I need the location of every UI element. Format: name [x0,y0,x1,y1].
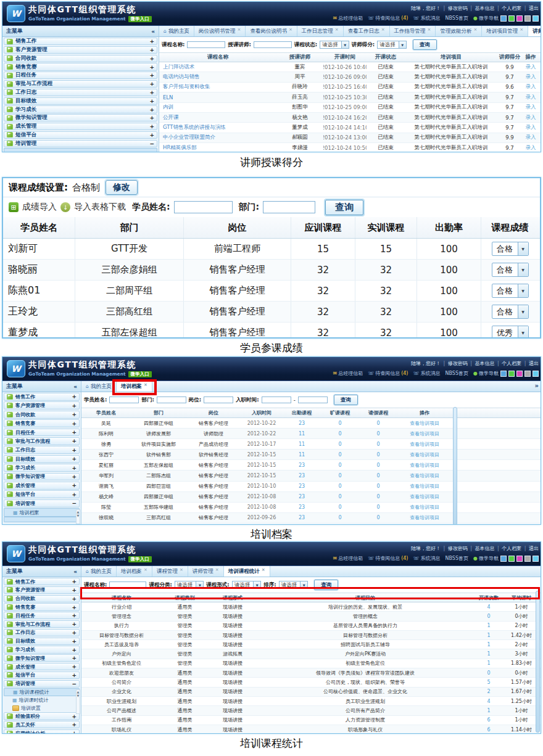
expand-toggle-icon[interactable]: + [149,55,154,62]
header-link[interactable]: 基本信息 [475,6,494,11]
sidebar-item[interactable]: 培训管理− [4,499,80,507]
expand-toggle-icon[interactable]: + [149,81,154,87]
action-link[interactable]: 录入 [522,62,539,72]
action-link[interactable]: 录入 [522,123,539,132]
header-link[interactable]: 退出 [529,6,539,11]
header-link[interactable]: 修改密码 [448,546,468,551]
expand-toggle-icon[interactable]: + [72,664,77,670]
sidebar-item[interactable]: 目标绩效+ [4,97,157,105]
filter-select[interactable]: 请选择▼ [320,41,349,49]
download-template-button[interactable]: 导入表格下载 [74,202,126,213]
expand-toggle-icon[interactable]: + [72,730,77,734]
tab-3[interactable]: 工作日志管理× [297,26,344,36]
filter-input[interactable] [254,41,292,48]
cell[interactable]: 内训 [159,103,276,112]
sidebar-item[interactable]: 应用统计分析+ [4,729,80,734]
close-icon[interactable]: × [215,567,219,572]
theme-square[interactable] [533,556,539,562]
micro-learning-badge[interactable]: 微学入口 [128,16,152,22]
action-link[interactable]: 录入 [522,133,539,142]
close-icon[interactable]: × [144,567,147,572]
header-link[interactable]: 退出 [529,546,539,551]
sidebar-item[interactable]: 培训管理− [4,140,157,147]
sidebar-item[interactable]: 销售工作+ [4,578,80,585]
sidebar-item[interactable]: 审批与工作流程+ [4,437,80,445]
expand-toggle-icon[interactable]: + [149,98,154,104]
quick-link[interactable]: ✉总经理信箱 [333,555,363,562]
theme-square[interactable] [524,371,531,377]
theme-square[interactable] [508,371,515,377]
sidebar-item[interactable]: 目标绩效+ [4,455,80,463]
sidebar-item[interactable]: 工作日志+ [4,89,157,96]
theme-square[interactable] [524,15,531,22]
sidebar-item[interactable]: 日程任务+ [4,429,80,437]
action-link[interactable]: 查看培训项目 [397,439,452,449]
theme-square[interactable] [508,15,515,22]
quick-link[interactable]: NBSS首页 [446,555,469,562]
sidebar-item[interactable]: 成长管理+ [4,123,157,130]
theme-square[interactable] [500,556,507,562]
expand-toggle-icon[interactable]: + [72,587,77,593]
close-icon[interactable]: × [289,27,292,32]
theme-square[interactable] [508,556,515,562]
expand-toggle-icon[interactable]: + [72,393,77,400]
quick-link[interactable]: ☏待查阅信息(4) [368,555,408,562]
expand-toggle-icon[interactable]: + [149,64,154,70]
grade-select[interactable]: 合格▼ [492,263,529,277]
expand-toggle-icon[interactable]: + [72,411,77,417]
sidebar-scrollbar[interactable]: ▲ ▼ [76,689,80,714]
theme-square[interactable] [500,15,507,22]
sidebar-item[interactable]: 微学知识管理+ [4,114,157,121]
theme-square[interactable] [500,371,507,377]
quick-link[interactable]: ☏系统消息 [413,370,441,377]
grade-select[interactable]: 优秀▼ [492,326,529,339]
sidebar-item[interactable]: 日程任务+ [4,612,80,619]
sidebar-subitem-partial[interactable] [4,517,80,522]
sidebar-item[interactable]: 短信平台+ [4,672,80,679]
expand-toggle-icon[interactable]: + [72,721,77,728]
expand-toggle-icon[interactable]: + [72,655,77,661]
theme-square[interactable] [533,15,539,22]
close-icon[interactable]: × [520,27,523,32]
sidebar-scrollbar[interactable]: ▲ ▼ [76,509,80,524]
expand-toggle-icon[interactable]: + [72,578,77,585]
action-link[interactable]: 查看培训项目 [397,460,452,470]
filter-input-from[interactable] [262,396,291,403]
grade-select[interactable]: 合格▼ [492,305,529,319]
theme-square[interactable] [516,556,523,562]
sidebar-item[interactable]: 员工关怀+ [4,721,80,728]
tab-1[interactable]: 培训档案× [117,566,152,577]
expand-toggle-icon[interactable]: + [72,403,77,409]
filter-input-to[interactable] [298,396,328,403]
expand-toggle-icon[interactable]: + [149,89,154,96]
sidebar-item[interactable]: 审批与工作流程+ [4,80,157,88]
theme-square[interactable] [516,371,523,377]
close-icon[interactable]: × [428,27,431,32]
query-button[interactable]: 查询 [334,395,358,405]
theme-square[interactable] [516,15,523,22]
header-link[interactable]: 修改密码 [448,361,468,366]
close-icon[interactable]: × [381,27,385,32]
expand-toggle-icon[interactable]: + [72,596,77,602]
tab-5[interactable]: 工作指导管理× [390,26,436,36]
sidebar-item[interactable]: 短信平台+ [4,490,80,498]
sidebar-item[interactable]: 学习成长+ [4,464,80,472]
cell[interactable]: ELN [159,92,276,102]
header-link[interactable]: 个人档案 [502,546,521,551]
cell[interactable]: 电话约访与销售 [159,72,276,81]
action-link[interactable]: 录入 [522,143,539,152]
sidebar-subitem-partial[interactable] [4,148,157,152]
expand-toggle-icon[interactable]: + [72,438,77,444]
tab-0[interactable]: ⌂我的主页 [81,381,117,392]
sidebar-item[interactable]: 目标绩效+ [4,638,80,645]
expand-toggle-icon[interactable]: + [72,612,77,618]
close-icon[interactable]: × [335,27,339,32]
quick-link[interactable]: ●微学导航 [473,370,499,377]
sidebar-item[interactable]: 销售工作+ [4,393,80,401]
action-link[interactable]: 查看培训项目 [397,492,452,502]
cell[interactable]: 客户开拓与资料收集 [159,83,276,92]
header-link[interactable]: 个人档案 [502,6,521,11]
action-link[interactable]: 查看培训项目 [397,503,452,512]
sidebar-item[interactable]: 审批与工作流程+ [4,620,80,628]
modify-button[interactable]: 修改 [106,180,138,195]
